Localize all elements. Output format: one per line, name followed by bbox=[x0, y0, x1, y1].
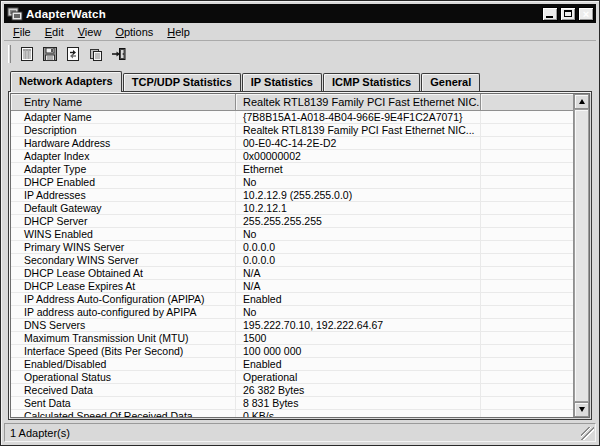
entry-name-cell: Primary WINS Server bbox=[11, 241, 236, 253]
table-row[interactable]: Hardware Address00-E0-4C-14-2E-D2 bbox=[11, 137, 573, 150]
table-row[interactable]: Primary WINS Server0.0.0.0 bbox=[11, 241, 573, 254]
menu-item-help[interactable]: Help bbox=[160, 24, 197, 40]
table-row[interactable]: Received Data26 382 Bytes bbox=[11, 384, 573, 397]
table-row[interactable]: DHCP Lease Expires AtN/A bbox=[11, 280, 573, 293]
status-bar: 1 Adapter(s) bbox=[4, 423, 596, 442]
column-header-adapter-value[interactable]: Realtek RTL8139 Family PCI Fast Ethernet… bbox=[236, 94, 481, 111]
entry-value-cell: 10.2.12.1 bbox=[236, 202, 481, 214]
entry-value-cell: 100 000 000 bbox=[236, 345, 481, 357]
table-row[interactable]: Interface Speed (Bits Per Second)100 000… bbox=[11, 345, 573, 358]
tab-control: Network AdaptersTCP/UDP StatisticsIP Sta… bbox=[4, 67, 596, 420]
entry-name-cell: DHCP Enabled bbox=[11, 176, 236, 188]
column-header-entry-name[interactable]: Entry Name bbox=[11, 94, 236, 111]
tab-ip-statistics[interactable]: IP Statistics bbox=[242, 73, 322, 91]
entry-value-cell: 1500 bbox=[236, 332, 481, 344]
entry-value-cell: 0.0.0.0 bbox=[236, 254, 481, 266]
tab-icmp-statistics[interactable]: ICMP Statistics bbox=[323, 73, 420, 91]
table-row[interactable]: IP address auto-configured by APIPANo bbox=[11, 306, 573, 319]
entry-value-cell: No bbox=[236, 176, 481, 188]
table-row[interactable]: Default Gateway10.2.12.1 bbox=[11, 202, 573, 215]
table-row[interactable]: Enabled/DisabledEnabled bbox=[11, 358, 573, 371]
save-icon bbox=[42, 46, 58, 62]
minimize-icon bbox=[546, 16, 553, 18]
report-button[interactable] bbox=[15, 43, 38, 65]
entry-value-cell: No bbox=[236, 228, 481, 240]
table-row[interactable]: Adapter Index0x00000002 bbox=[11, 150, 573, 163]
exit-button[interactable] bbox=[107, 43, 130, 65]
table-row[interactable]: DHCP EnabledNo bbox=[11, 176, 573, 189]
adapter-properties-list: Entry Name Realtek RTL8139 Family PCI Fa… bbox=[10, 93, 590, 418]
menu-item-edit[interactable]: Edit bbox=[38, 24, 71, 40]
entry-name-cell: WINS Enabled bbox=[11, 228, 236, 240]
vertical-scrollbar[interactable] bbox=[573, 94, 589, 417]
table-row[interactable]: IP Address Auto-Configuration (APIPA)Ena… bbox=[11, 293, 573, 306]
table-row[interactable]: DHCP Server255.255.255.255 bbox=[11, 215, 573, 228]
tab-tcp-udp-statistics[interactable]: TCP/UDP Statistics bbox=[123, 73, 241, 91]
tab-strip: Network AdaptersTCP/UDP StatisticsIP Sta… bbox=[8, 69, 592, 91]
menu-item-file[interactable]: File bbox=[6, 24, 38, 40]
entry-name-cell: Hardware Address bbox=[11, 137, 236, 149]
resize-grip[interactable] bbox=[581, 427, 594, 440]
entry-value-cell: No bbox=[236, 306, 481, 318]
window-title: AdapterWatch bbox=[26, 8, 540, 20]
close-button[interactable]: × bbox=[578, 7, 594, 21]
entry-value-cell: 0x00000002 bbox=[236, 150, 481, 162]
table-row[interactable]: Sent Data8 831 Bytes bbox=[11, 397, 573, 410]
table-row[interactable]: Adapter Name{7B8B15A1-A018-4B04-966E-9E4… bbox=[11, 111, 573, 124]
table-row[interactable]: Operational StatusOperational bbox=[11, 371, 573, 384]
table-row[interactable]: Adapter TypeEthernet bbox=[11, 163, 573, 176]
entry-value-cell: 8 831 Bytes bbox=[236, 397, 481, 409]
entry-value-cell: N/A bbox=[236, 280, 481, 292]
entry-name-cell: Sent Data bbox=[11, 397, 236, 409]
table-row[interactable]: Maximum Transmission Unit (MTU)1500 bbox=[11, 332, 573, 345]
column-header-filler bbox=[481, 94, 573, 111]
tab-network-adapters[interactable]: Network Adapters bbox=[10, 71, 122, 92]
menu-item-view[interactable]: View bbox=[71, 24, 109, 40]
scroll-down-button[interactable] bbox=[574, 402, 589, 417]
entry-value-cell: Ethernet bbox=[236, 163, 481, 175]
entry-value-cell: 26 382 Bytes bbox=[236, 384, 481, 396]
copy-icon bbox=[88, 46, 104, 62]
minimize-button[interactable] bbox=[542, 7, 558, 21]
copy-button[interactable] bbox=[84, 43, 107, 65]
app-icon bbox=[7, 7, 23, 21]
entry-name-cell: Received Data bbox=[11, 384, 236, 396]
entry-name-cell: Secondary WINS Server bbox=[11, 254, 236, 266]
entry-value-cell: N/A bbox=[236, 267, 481, 279]
table-row[interactable]: DHCP Lease Obtained AtN/A bbox=[11, 267, 573, 280]
table-row[interactable]: Calculated Speed Of Received Data0 KB/s bbox=[11, 410, 573, 417]
entry-name-cell: Maximum Transmission Unit (MTU) bbox=[11, 332, 236, 344]
entry-value-cell: 0.0.0.0 bbox=[236, 241, 481, 253]
report-icon bbox=[19, 46, 35, 62]
list-body: Adapter Name{7B8B15A1-A018-4B04-966E-9E4… bbox=[11, 111, 573, 417]
entry-name-cell: Calculated Speed Of Received Data bbox=[11, 410, 236, 417]
entry-name-cell: DNS Servers bbox=[11, 319, 236, 331]
table-row[interactable]: WINS EnabledNo bbox=[11, 228, 573, 241]
entry-name-cell: Adapter Index bbox=[11, 150, 236, 162]
entry-value-cell: 195.222.70.10, 192.222.64.67 bbox=[236, 319, 481, 331]
list-header: Entry Name Realtek RTL8139 Family PCI Fa… bbox=[11, 94, 573, 111]
menu-item-options[interactable]: Options bbox=[108, 24, 160, 40]
scrollbar-thumb[interactable] bbox=[574, 109, 589, 402]
refresh-icon bbox=[65, 46, 81, 62]
maximize-button[interactable] bbox=[560, 7, 576, 21]
table-row[interactable]: Secondary WINS Server0.0.0.0 bbox=[11, 254, 573, 267]
arrow-down-icon bbox=[579, 407, 585, 412]
table-row[interactable]: IP Addresses10.2.12.9 (255.255.0.0) bbox=[11, 189, 573, 202]
refresh-button[interactable] bbox=[61, 43, 84, 65]
toolbar-gripper bbox=[8, 45, 11, 63]
entry-name-cell: Operational Status bbox=[11, 371, 236, 383]
save-button[interactable] bbox=[38, 43, 61, 65]
title-bar: AdapterWatch × bbox=[4, 4, 596, 23]
entry-name-cell: Description bbox=[11, 124, 236, 136]
table-row[interactable]: DNS Servers195.222.70.10, 192.222.64.67 bbox=[11, 319, 573, 332]
table-row[interactable]: DescriptionRealtek RTL8139 Family PCI Fa… bbox=[11, 124, 573, 137]
entry-name-cell: DHCP Server bbox=[11, 215, 236, 227]
entry-name-cell: Adapter Name bbox=[11, 111, 236, 123]
entry-name-cell: DHCP Lease Obtained At bbox=[11, 267, 236, 279]
scroll-up-button[interactable] bbox=[574, 94, 589, 109]
entry-name-cell: DHCP Lease Expires At bbox=[11, 280, 236, 292]
exit-icon bbox=[111, 46, 127, 62]
tab-general[interactable]: General bbox=[421, 73, 480, 91]
entry-value-cell: 0 KB/s bbox=[236, 410, 481, 417]
